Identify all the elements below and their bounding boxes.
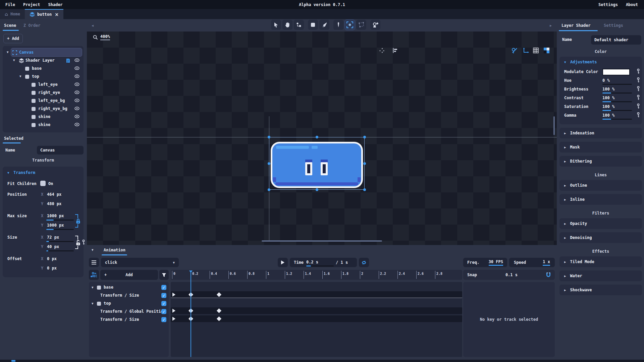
param-value[interactable]: 100 % — [602, 87, 614, 92]
param-slider[interactable] — [602, 110, 632, 111]
rect-tool-button[interactable] — [308, 20, 318, 30]
move-points-tool-button[interactable] — [294, 20, 304, 30]
param-value[interactable]: 100 % — [602, 113, 614, 118]
param-value[interactable]: 100 % — [602, 96, 614, 100]
eye-icon[interactable] — [74, 74, 79, 78]
param-slider[interactable] — [602, 101, 632, 102]
shader-section-Inline[interactable]: ▸Inline — [559, 194, 642, 205]
tree-node-Shader Layer[interactable]: ▾Shader Layer — [3, 57, 84, 65]
key-icon[interactable] — [637, 69, 640, 74]
tree-node-base[interactable]: base — [3, 65, 84, 73]
crosshair-icon[interactable] — [379, 48, 385, 54]
selection-handle[interactable] — [268, 136, 270, 138]
key-icon[interactable] — [637, 95, 640, 100]
lock-closed-icon[interactable] — [76, 218, 80, 224]
shader-section-Indexation[interactable]: ▸Indexation — [559, 128, 642, 138]
eye-icon[interactable] — [74, 90, 79, 94]
close-icon[interactable]: × — [55, 12, 59, 17]
tab-layer-shader[interactable]: Layer Shader — [561, 23, 591, 28]
eye-icon[interactable] — [74, 66, 79, 70]
eye-icon[interactable] — [74, 107, 79, 110]
brush-tool-button[interactable] — [319, 20, 329, 30]
y-value[interactable]: 0 px — [47, 266, 57, 270]
track-row-Transform / Size[interactable]: Transform / Size✓ — [89, 316, 169, 324]
chevron-down-icon[interactable]: ▾ — [564, 60, 566, 64]
collapse-right-icon[interactable]: ▸ — [550, 23, 552, 28]
x-value[interactable]: 464 px — [47, 192, 61, 197]
timeline-ruler[interactable]: 00.20.40.60.811.21.41.61.822.22.42.62.8 — [171, 270, 462, 280]
track-lane[interactable] — [171, 315, 462, 322]
keyframe-start[interactable] — [172, 317, 175, 321]
tab-z-order[interactable]: Z Order — [23, 23, 41, 28]
filter-tracks-button[interactable] — [159, 270, 169, 280]
x-value[interactable]: 1000 px — [47, 214, 64, 218]
param-value[interactable]: 0 % — [602, 78, 610, 83]
menu-about[interactable]: About — [623, 1, 641, 8]
animation-clip-select[interactable]: click ▾ — [101, 258, 179, 267]
collapse-panel-icon[interactable]: ▾ — [92, 248, 94, 252]
script-icon[interactable] — [66, 58, 70, 63]
chevron-down-icon[interactable]: ▾ — [7, 171, 9, 175]
vertical-scrollbar[interactable] — [553, 116, 555, 135]
shader-section-Dithering[interactable]: ▸Dithering — [559, 156, 642, 167]
eye-icon[interactable] — [74, 123, 79, 126]
eye-icon[interactable] — [74, 82, 79, 86]
track-lane[interactable] — [171, 307, 462, 314]
tree-node-left_eye[interactable]: left_eye — [3, 81, 84, 89]
node-name-input[interactable]: Canvas — [37, 146, 84, 155]
key-icon[interactable] — [637, 112, 640, 118]
transform-select-tool-button[interactable] — [345, 20, 355, 30]
y-slider[interactable] — [46, 250, 74, 251]
keyframe-start[interactable] — [172, 309, 175, 313]
selection-handle[interactable] — [268, 162, 270, 165]
shader-section-Outline[interactable]: ▸Outline — [559, 180, 642, 191]
selection-handle[interactable] — [268, 188, 270, 191]
tree-node-shine[interactable]: shine — [3, 121, 84, 129]
selection-handle[interactable] — [316, 136, 318, 138]
y-value[interactable]: 480 px — [47, 201, 61, 206]
key-icon[interactable] — [82, 240, 85, 245]
key-icon[interactable] — [637, 86, 640, 92]
tab-home[interactable]: ⌂ Home — [0, 9, 25, 19]
key-icon[interactable] — [637, 104, 640, 109]
selection-handle[interactable] — [363, 188, 366, 191]
animation-menu-button[interactable] — [89, 258, 99, 267]
track-checkbox[interactable]: ✓ — [161, 301, 166, 306]
grid-icon[interactable] — [533, 48, 539, 53]
y-slider[interactable] — [46, 229, 74, 230]
track-lane[interactable] — [171, 291, 462, 298]
tab-animation[interactable]: Animation — [104, 248, 125, 252]
eye-icon[interactable] — [74, 115, 79, 118]
tab-scene[interactable]: Scene — [4, 23, 16, 28]
menu-file[interactable]: File — [2, 1, 18, 8]
selection-handle[interactable] — [363, 162, 366, 165]
lock-open-icon[interactable] — [76, 240, 80, 246]
align-left-icon[interactable] — [393, 48, 398, 53]
track-checkbox[interactable]: ✓ — [161, 309, 166, 314]
param-slider[interactable] — [602, 93, 632, 94]
track-checkbox[interactable]: ✓ — [161, 293, 166, 298]
menu-project[interactable]: Project — [20, 1, 44, 8]
track-checkbox[interactable]: ✓ — [161, 317, 166, 322]
shader-section-Mask[interactable]: ▸Mask — [559, 142, 642, 153]
picker-tool-button[interactable] — [333, 20, 343, 30]
param-slider[interactable] — [602, 119, 632, 120]
time-field[interactable]: Time 0.2 s / 1 s — [290, 258, 357, 267]
key-icon[interactable] — [637, 77, 640, 83]
param-slider[interactable] — [602, 84, 632, 85]
timeline-lanes[interactable] — [171, 282, 462, 357]
chevron-down-icon[interactable]: ▾ — [92, 301, 94, 306]
menu-settings[interactable]: Settings — [595, 1, 621, 8]
chevron-down-icon[interactable]: ▾ — [19, 74, 21, 78]
select-tool-button[interactable] — [271, 20, 281, 30]
y-value[interactable]: 1000 px — [47, 223, 64, 228]
shader-section-Water[interactable]: ▸Water — [559, 270, 642, 281]
x-slider[interactable] — [46, 241, 74, 242]
shader-section-Tiled Mode[interactable]: ▸Tiled Mode — [559, 256, 642, 267]
track-row-top[interactable]: ▾top✓ — [89, 300, 169, 308]
add-track-button[interactable]: + Add — [100, 270, 158, 280]
loop-button[interactable] — [359, 258, 369, 267]
modulate-color-swatch[interactable] — [602, 69, 630, 75]
eye-icon[interactable] — [74, 99, 79, 102]
draw-check-icon[interactable] — [512, 48, 518, 53]
